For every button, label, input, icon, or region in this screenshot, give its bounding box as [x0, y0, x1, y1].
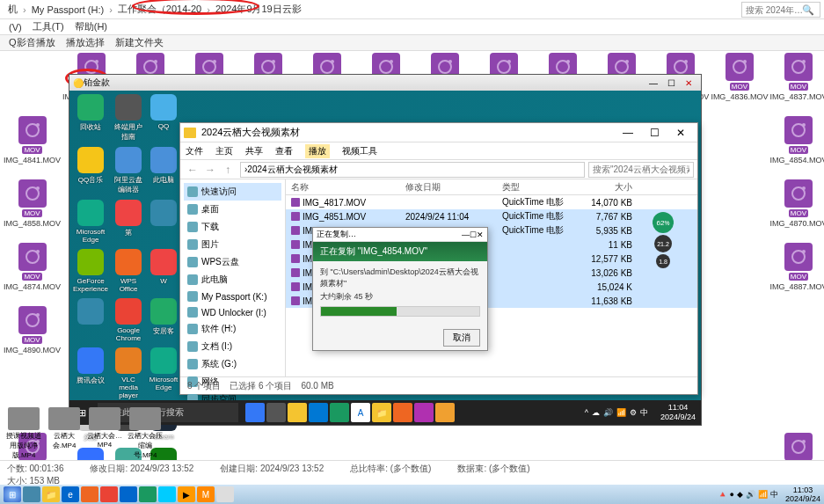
tray-icon[interactable]: 🔺 [718, 490, 727, 499]
sidebar-item[interactable]: 快速访问 [184, 183, 281, 201]
tray-icon[interactable]: 中 [770, 489, 778, 500]
file-item[interactable]: MOVIMG_4874.MOV [4, 243, 61, 304]
taskbar-icon[interactable] [23, 486, 40, 502]
tray-icon[interactable]: 中 [640, 407, 648, 419]
taskbar-icon[interactable]: M [197, 486, 215, 502]
taskbar-icon[interactable] [288, 403, 307, 422]
sidebar-item[interactable]: 文档 (I:) [184, 338, 281, 355]
taskbar-clock[interactable]: 11:04 2024/9/24 [655, 403, 701, 422]
close-button[interactable]: ✕ [680, 78, 697, 88]
start-orb[interactable]: ⊞ [4, 486, 21, 502]
file-item[interactable]: MOVIMG_4858.MOV [4, 179, 61, 241]
desktop-icon[interactable]: 第 [113, 200, 143, 244]
file-item[interactable]: MOVIMG_4836.MOV [711, 53, 768, 114]
desktop-icon[interactable]: 安居客 [149, 298, 179, 342]
edge-icon[interactable] [309, 403, 328, 422]
file-item[interactable]: MOVIMG_4841.MOV [4, 116, 61, 178]
bc-p1[interactable]: My Passport (H:) [32, 4, 105, 15]
sidebar-item[interactable]: 此电脑 [184, 271, 281, 289]
file-item[interactable]: MOVIMG_4887.MOV [769, 243, 824, 304]
address-path[interactable]: › 2024云栖大会视频素材 [240, 162, 585, 178]
float-widget[interactable]: 62% 21.2 1.8 [653, 212, 674, 268]
desktop-icon[interactable]: 腾讯会议 [73, 347, 108, 399]
sidebar-item[interactable]: 下载 [184, 218, 281, 236]
taskbar-icon[interactable] [120, 486, 137, 502]
folder-icon[interactable]: 📁 [42, 486, 60, 502]
sidebar-item[interactable]: WD Unlocker (I:) [184, 304, 281, 320]
tray-icon[interactable]: ⚙ [630, 408, 637, 417]
ie-icon[interactable]: e [62, 486, 79, 502]
tray-icon[interactable]: 📶 [758, 490, 768, 499]
sidebar-item[interactable]: 图片 [184, 236, 281, 253]
desktop-icon[interactable] [73, 298, 108, 342]
maximize-button[interactable]: ☐ [470, 230, 477, 239]
desktop-icon[interactable]: WPS Office [113, 249, 143, 293]
ribbon-file[interactable]: 文件 [186, 145, 203, 157]
file-item[interactable]: MOVIMG_4890.MOV [4, 306, 61, 368]
maximize-button[interactable]: ☐ [662, 78, 680, 88]
file-item[interactable]: MOVIMG_4854.MOV [769, 116, 824, 178]
taskbar-icon[interactable] [414, 403, 434, 422]
close-button[interactable]: ✕ [477, 230, 484, 239]
menu-tools[interactable]: 工具(T) [33, 20, 64, 33]
taskbar-icon[interactable] [139, 486, 157, 502]
taskbar-icon[interactable] [266, 403, 286, 422]
file-item[interactable]: MOVIMG_4837.MOV [769, 53, 824, 114]
bc-p2[interactable]: 工作聚会（2014-20 [118, 3, 201, 16]
desktop-icon[interactable]: W [149, 249, 179, 293]
ribbon-play[interactable]: 播放 [305, 144, 330, 158]
desktop-icon[interactable]: 回收站 [73, 94, 108, 142]
tb-newfolder[interactable]: 新建文件夹 [115, 36, 164, 49]
ribbon-share[interactable]: 共享 [245, 145, 263, 157]
desktop-icon[interactable]: GeForce Experience [73, 249, 108, 293]
taskbar-icon[interactable] [393, 403, 412, 422]
bc-root[interactable]: 机 [8, 3, 18, 16]
sidebar-item[interactable]: My Passport (K:) [184, 289, 281, 304]
ribbon-home[interactable]: 主页 [215, 145, 233, 157]
file-item[interactable]: MOVIMG_4870.MOV [769, 179, 824, 241]
thumbnail-item[interactable]: 云栖大会.MP4 [46, 407, 83, 460]
col-size[interactable]: 大小 [576, 181, 638, 194]
taskbar-icon[interactable] [81, 486, 98, 502]
sidebar-item[interactable]: 系统 (G:) [184, 355, 281, 373]
taskbar-icon[interactable]: A [351, 403, 370, 422]
outer-clock[interactable]: 11:03 2024/9/24 [785, 486, 820, 503]
minimize-button[interactable]: — [645, 78, 662, 88]
maximize-button[interactable]: ☐ [641, 127, 667, 139]
desktop-icon[interactable]: Microsoft Edge [149, 347, 179, 399]
tray-icon[interactable]: ◆ [737, 490, 743, 499]
menu-view[interactable]: (V) [9, 22, 22, 33]
tray-icon[interactable]: 📶 [616, 408, 626, 417]
thumbnail-item[interactable]: 云栖大会压缩编号.MP4 [127, 407, 164, 460]
tb-play[interactable]: Q影音播放 [9, 36, 55, 49]
col-type[interactable]: 类型 [497, 181, 576, 194]
desktop-icon[interactable]: VLC media player [113, 347, 143, 399]
tray-icon[interactable]: ☁ [592, 408, 600, 417]
taskbar-icon[interactable] [158, 486, 176, 502]
sidebar-item[interactable]: 桌面 [184, 201, 281, 218]
desktop-icon[interactable]: Microsoft Edge [73, 200, 108, 244]
tray-icon[interactable]: 🔊 [746, 490, 755, 499]
desktop-icon[interactable]: 此电脑 [149, 147, 179, 194]
close-button[interactable]: ✕ [667, 127, 694, 139]
thumbnail-item[interactable]: 云栖大会…MP4 [86, 407, 123, 460]
tray-icon[interactable]: ^ [585, 408, 588, 417]
minimize-button[interactable]: — [615, 127, 641, 139]
ribbon-videotools[interactable]: 视频工具 [342, 145, 377, 157]
taskbar-icon[interactable] [245, 403, 265, 422]
cancel-button[interactable]: 取消 [443, 329, 480, 347]
desktop-icon[interactable]: QQ [149, 94, 179, 142]
tray-icon[interactable]: ● [730, 490, 734, 499]
nav-up-button[interactable]: ↑ [219, 164, 237, 176]
tb-playsel[interactable]: 播放选择 [66, 36, 105, 49]
desktop-icon[interactable]: 终端用户指南 [113, 94, 143, 142]
desktop-icon[interactable]: 阿里云盘编辑器 [113, 147, 143, 194]
explorer-search-input[interactable] [588, 162, 694, 178]
bc-p3[interactable]: 2024年9月19日云影 [215, 3, 302, 16]
col-date[interactable]: 修改日期 [400, 181, 497, 194]
file-row[interactable]: IMG_4851.MOV2024/9/24 11:04QuickTime 电影7… [286, 209, 697, 223]
thumbnail-item[interactable]: 授课视频通用版纯净版.MP4 [5, 407, 42, 460]
nav-back-button[interactable]: ← [184, 164, 201, 176]
menu-help[interactable]: 帮助(H) [75, 20, 107, 33]
folder-icon[interactable]: 📁 [372, 403, 391, 422]
